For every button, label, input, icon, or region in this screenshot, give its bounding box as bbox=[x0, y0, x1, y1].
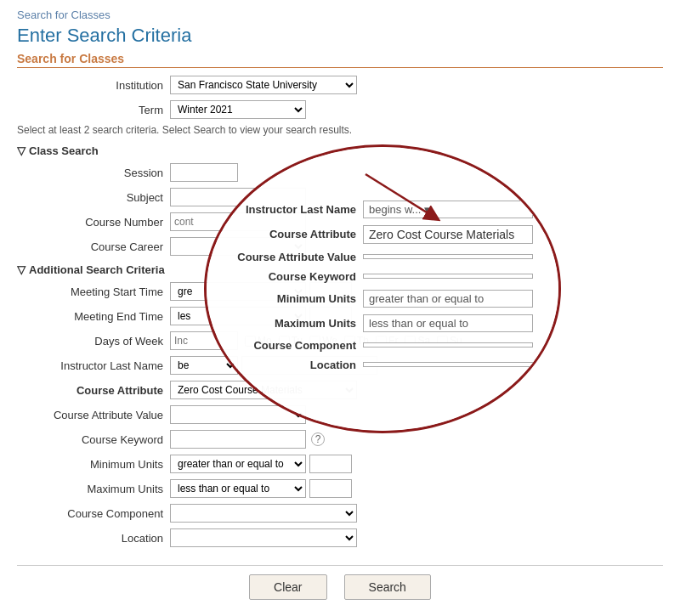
section-header: Search for Classes bbox=[17, 52, 663, 68]
course-career-label: Course Career bbox=[17, 240, 170, 253]
course-number-label: Course Number bbox=[17, 216, 170, 229]
days-of-week-label: Days of Week bbox=[17, 335, 170, 348]
days-of-week-group: Mo Tu We Th Fr Sa Su bbox=[170, 331, 462, 350]
mo-checkbox[interactable] bbox=[245, 336, 256, 347]
min-units-select[interactable]: greater than or equal to bbox=[170, 455, 306, 473]
term-select[interactable]: Winter 2021 bbox=[170, 100, 306, 119]
search-button[interactable]: Search bbox=[344, 574, 431, 600]
max-units-label: Maximum Units bbox=[17, 483, 170, 495]
tu-checkbox[interactable] bbox=[279, 336, 290, 347]
class-search-header[interactable]: ▽ Class Search bbox=[17, 144, 663, 157]
min-units-label: Minimum Units bbox=[17, 458, 170, 471]
course-keyword-input[interactable] bbox=[170, 430, 306, 449]
chevron-down-icon-2: ▽ bbox=[17, 263, 26, 276]
course-keyword-label: Course Keyword bbox=[17, 433, 170, 446]
su-checkbox[interactable] bbox=[437, 336, 448, 347]
course-component-label: Course Component bbox=[17, 507, 170, 520]
clear-button[interactable]: Clear bbox=[249, 574, 326, 600]
we-checkbox[interactable] bbox=[309, 336, 320, 347]
course-attribute-value-label: Course Attribute Value bbox=[17, 409, 170, 421]
institution-label: Institution bbox=[17, 79, 170, 92]
chevron-down-icon: ▽ bbox=[17, 144, 26, 157]
subject-label: Subject bbox=[17, 191, 170, 204]
term-label: Term bbox=[17, 104, 170, 116]
class-search-section: Session Subject Course Number Course Car… bbox=[17, 162, 663, 257]
min-units-input[interactable] bbox=[309, 455, 352, 473]
course-component-select[interactable] bbox=[170, 504, 357, 523]
session-label: Session bbox=[17, 167, 170, 179]
course-career-select[interactable] bbox=[170, 237, 306, 256]
max-units-input[interactable] bbox=[309, 479, 352, 498]
max-units-select[interactable]: less than or equal to bbox=[170, 479, 306, 498]
instructor-last-name-input[interactable] bbox=[241, 356, 377, 375]
meeting-end-input[interactable] bbox=[309, 307, 352, 325]
fr-checkbox[interactable] bbox=[376, 336, 387, 347]
instructor-last-name-label: Instructor Last Name bbox=[17, 359, 170, 372]
th-checkbox[interactable] bbox=[344, 336, 355, 347]
location-select[interactable] bbox=[170, 528, 357, 547]
additional-search-header[interactable]: ▽ Additional Search Criteria bbox=[17, 263, 663, 276]
page-title: Enter Search Criteria bbox=[17, 25, 663, 47]
additional-search-section: Meeting Start Time gre Meeting End Time … bbox=[17, 281, 663, 548]
location-label: Location bbox=[17, 532, 170, 545]
instructor-operator-select[interactable]: be bbox=[170, 356, 238, 375]
help-icon[interactable]: ? bbox=[311, 432, 325, 446]
course-attribute-value-select[interactable] bbox=[170, 405, 306, 424]
course-number-input[interactable] bbox=[170, 212, 306, 231]
sa-checkbox[interactable] bbox=[405, 336, 416, 347]
meeting-end-select[interactable]: les bbox=[170, 307, 306, 325]
days-include-input[interactable] bbox=[170, 331, 238, 350]
hint-text: Select at least 2 search criteria. Selec… bbox=[17, 124, 663, 136]
session-input[interactable] bbox=[170, 163, 238, 182]
subject-input[interactable] bbox=[170, 188, 306, 206]
button-row: Clear Search bbox=[17, 565, 663, 608]
meeting-start-input[interactable] bbox=[309, 282, 352, 301]
meeting-start-select[interactable]: gre bbox=[170, 282, 306, 301]
meeting-start-label: Meeting Start Time bbox=[17, 285, 170, 298]
course-attribute-label: Course Attribute bbox=[17, 384, 170, 397]
meeting-end-label: Meeting End Time bbox=[17, 310, 170, 323]
breadcrumb[interactable]: Search for Classes bbox=[17, 8, 663, 21]
course-attribute-select[interactable]: Zero Cost Course Materials bbox=[170, 381, 357, 399]
institution-select[interactable]: San Francisco State University bbox=[170, 76, 357, 94]
